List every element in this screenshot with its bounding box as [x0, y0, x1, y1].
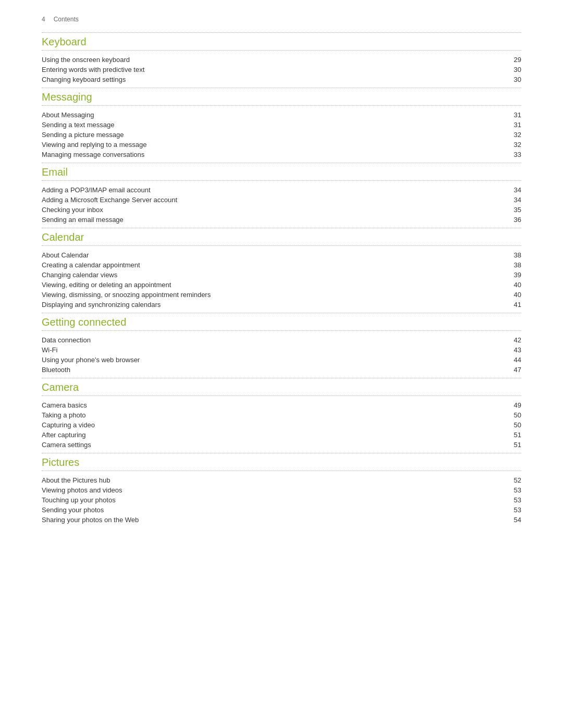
toc-table-messaging: About Messaging31Sending a text message3… [42, 110, 521, 159]
toc-item-label: Taking a photo [42, 410, 449, 420]
toc-row: Taking a photo50 [42, 410, 521, 420]
toc-row: About Calendar38 [42, 250, 521, 260]
toc-item-label: Sending an email message [42, 215, 449, 225]
toc-row: Wi-Fi43 [42, 345, 521, 355]
section-camera: CameraCamera basics49Taking a photo50Cap… [42, 378, 521, 450]
toc-item-label: Sharing your photos on the Web [42, 515, 449, 525]
toc-table-getting-connected: Data connection42Wi-Fi43Using your phone… [42, 335, 521, 375]
toc-item-page: 53 [449, 495, 521, 505]
toc-row: Viewing, editing or deleting an appointm… [42, 280, 521, 290]
toc-item-label: Changing keyboard settings [42, 75, 449, 84]
toc-item-page: 31 [449, 110, 521, 120]
toc-item-page: 43 [449, 345, 521, 355]
toc-item-page: 54 [449, 515, 521, 525]
toc-item-page: 47 [449, 365, 521, 375]
toc-item-label: Viewing photos and videos [42, 485, 449, 495]
toc-item-page: 38 [449, 260, 521, 270]
section-title-email: Email [42, 166, 521, 181]
toc-item-page: 30 [449, 75, 521, 84]
toc-row: Viewing and replying to a message32 [42, 140, 521, 150]
toc-row: Adding a Microsoft Exchange Server accou… [42, 195, 521, 205]
toc-item-label: Using the onscreen keyboard [42, 55, 449, 65]
toc-row: Changing keyboard settings30 [42, 75, 521, 84]
toc-item-label: About Calendar [42, 250, 449, 260]
toc-item-page: 44 [449, 355, 521, 365]
toc-row: Checking your inbox35 [42, 205, 521, 215]
toc-item-label: About Messaging [42, 110, 449, 120]
toc-row: Camera settings51 [42, 440, 521, 450]
toc-item-page: 30 [449, 65, 521, 75]
toc-item-page: 32 [449, 130, 521, 140]
toc-item-label: Displaying and synchronizing calendars [42, 300, 449, 310]
toc-row: Adding a POP3/IMAP email account34 [42, 185, 521, 195]
toc-item-label: After capturing [42, 430, 449, 440]
toc-row: Camera basics49 [42, 400, 521, 410]
toc-item-label: Checking your inbox [42, 205, 449, 215]
toc-item-page: 51 [449, 440, 521, 450]
page-header: 4 Contents [42, 16, 521, 23]
toc-item-page: 52 [449, 475, 521, 485]
section-calendar: CalendarAbout Calendar38Creating a calen… [42, 228, 521, 310]
toc-item-page: 53 [449, 485, 521, 495]
toc-item-label: About the Pictures hub [42, 475, 449, 485]
toc-row: Changing calendar views39 [42, 270, 521, 280]
toc-item-page: 50 [449, 420, 521, 430]
toc-row: Touching up your photos53 [42, 495, 521, 505]
toc-row: Sending a text message31 [42, 120, 521, 130]
toc-table-camera: Camera basics49Taking a photo50Capturing… [42, 400, 521, 450]
section-email: EmailAdding a POP3/IMAP email account34A… [42, 163, 521, 225]
toc-item-page: 49 [449, 400, 521, 410]
section-title-calendar: Calendar [42, 231, 521, 246]
page-number: 4 [42, 16, 45, 23]
toc-item-label: Adding a POP3/IMAP email account [42, 185, 449, 195]
section-title-camera: Camera [42, 381, 521, 396]
toc-item-label: Sending a text message [42, 120, 449, 130]
toc-item-page: 33 [449, 150, 521, 159]
toc-item-label: Sending a picture message [42, 130, 449, 140]
toc-item-page: 40 [449, 280, 521, 290]
toc-sections: KeyboardUsing the onscreen keyboard29Ent… [42, 32, 521, 525]
toc-row: Capturing a video50 [42, 420, 521, 430]
header-label: Contents [54, 16, 79, 23]
toc-row: Sending an email message36 [42, 215, 521, 225]
toc-item-label: Managing message conversations [42, 150, 449, 159]
toc-row: Creating a calendar appointment38 [42, 260, 521, 270]
toc-row: Bluetooth47 [42, 365, 521, 375]
toc-item-label: Entering words with predictive text [42, 65, 449, 75]
toc-item-page: 51 [449, 430, 521, 440]
toc-item-label: Adding a Microsoft Exchange Server accou… [42, 195, 449, 205]
toc-item-label: Changing calendar views [42, 270, 449, 280]
section-title-getting-connected: Getting connected [42, 316, 521, 331]
section-pictures: PicturesAbout the Pictures hub52Viewing … [42, 453, 521, 525]
toc-row: Using your phone's web browser44 [42, 355, 521, 365]
toc-table-calendar: About Calendar38Creating a calendar appo… [42, 250, 521, 310]
toc-item-label: Viewing, dismissing, or snoozing appoint… [42, 290, 449, 300]
toc-row: Sending a picture message32 [42, 130, 521, 140]
toc-table-email: Adding a POP3/IMAP email account34Adding… [42, 185, 521, 225]
toc-item-page: 29 [449, 55, 521, 65]
toc-item-page: 35 [449, 205, 521, 215]
section-title-keyboard: Keyboard [42, 36, 521, 51]
toc-item-page: 50 [449, 410, 521, 420]
toc-row: Viewing photos and videos53 [42, 485, 521, 495]
toc-item-page: 32 [449, 140, 521, 150]
toc-item-page: 42 [449, 335, 521, 345]
section-getting-connected: Getting connectedData connection42Wi-Fi4… [42, 313, 521, 375]
toc-row: Managing message conversations33 [42, 150, 521, 159]
toc-item-page: 31 [449, 120, 521, 130]
section-messaging: MessagingAbout Messaging31Sending a text… [42, 88, 521, 159]
toc-item-page: 38 [449, 250, 521, 260]
toc-item-label: Sending your photos [42, 505, 449, 515]
toc-item-page: 34 [449, 195, 521, 205]
toc-item-label: Camera settings [42, 440, 449, 450]
toc-item-label: Data connection [42, 335, 449, 345]
toc-row: About Messaging31 [42, 110, 521, 120]
toc-item-label: Creating a calendar appointment [42, 260, 449, 270]
toc-item-label: Viewing and replying to a message [42, 140, 449, 150]
section-title-messaging: Messaging [42, 91, 521, 106]
toc-item-page: 41 [449, 300, 521, 310]
toc-row: About the Pictures hub52 [42, 475, 521, 485]
toc-row: Sending your photos53 [42, 505, 521, 515]
toc-item-page: 53 [449, 505, 521, 515]
toc-item-label: Using your phone's web browser [42, 355, 449, 365]
